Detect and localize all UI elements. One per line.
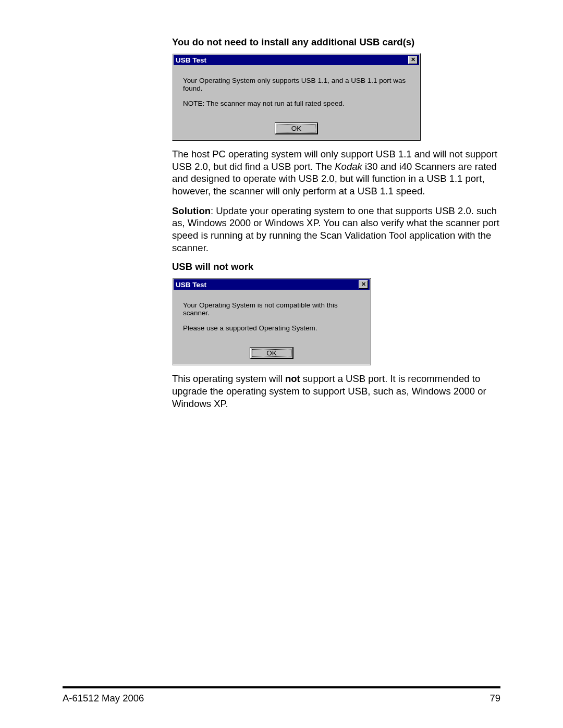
- dialog-body: Your Operating System only supports USB …: [173, 66, 420, 123]
- ok-button[interactable]: OK: [275, 123, 318, 134]
- heading-no-additional-card: You do not need to install any additiona…: [172, 36, 500, 48]
- dialog-title: USB Test: [176, 56, 206, 64]
- paragraph-solution: Solution: Update your operating system t…: [172, 205, 500, 254]
- dialog-usb-test-2: USB Test ✕ Your Operating System is not …: [172, 278, 371, 365]
- dialog-body: Your Operating System is not compatible …: [173, 291, 371, 348]
- dialog-titlebar: USB Test ✕: [174, 279, 370, 290]
- footer-docid: A-61512 May 2006: [63, 693, 144, 704]
- dialog-usb-test-1: USB Test ✕ Your Operating System only su…: [172, 53, 421, 141]
- page-footer: A-61512 May 2006 79: [63, 686, 500, 704]
- close-icon[interactable]: ✕: [359, 280, 368, 289]
- dialog-title: USB Test: [176, 281, 206, 289]
- page-content: You do not need to install any additiona…: [0, 0, 563, 410]
- dialog-text-line2: NOTE: The scanner may not run at full ra…: [183, 100, 412, 107]
- dialog-text-line2: Please use a supported Operating System.: [183, 324, 362, 332]
- dialog-titlebar: USB Test ✕: [174, 55, 419, 65]
- dialog-text-line1: Your Operating System is not compatible …: [183, 301, 362, 317]
- close-icon[interactable]: ✕: [408, 56, 418, 64]
- paragraph-not-support: This operating system will not support a…: [172, 373, 500, 410]
- heading-usb-will-not-work: USB will not work: [172, 261, 500, 273]
- ok-button[interactable]: OK: [250, 348, 293, 359]
- paragraph-host-pc: The host PC operating system will only s…: [172, 148, 500, 198]
- footer-rule: [63, 686, 500, 688]
- footer-page-number: 79: [489, 693, 500, 704]
- dialog-text-line1: Your Operating System only supports USB …: [183, 77, 412, 92]
